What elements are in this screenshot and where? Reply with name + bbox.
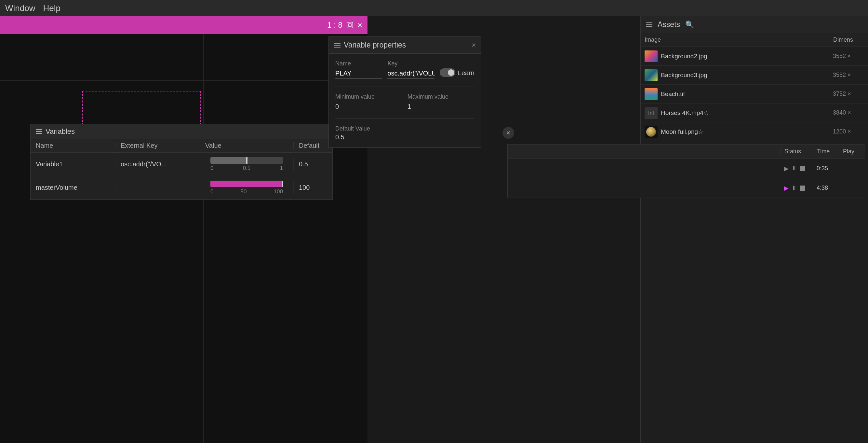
variables-table: Name External Key Value Default Variable… [31,139,332,200]
list-item[interactable]: Beach.tif 3752 × [641,85,868,104]
svg-rect-0 [347,22,353,28]
max-value[interactable]: 1 [407,101,474,112]
assets-menu-icon[interactable] [646,23,652,27]
props-separator [335,87,474,87]
var1-name: Variable1 [31,158,115,171]
asset-thumb-moon [645,126,658,138]
min-label: Minimum value [335,93,402,100]
max-label: Maximum value [407,93,474,100]
asset-name-beach: Beach.tif [641,88,797,100]
search-icon[interactable]: 🔍 [685,21,694,29]
props-separator2 [335,118,474,119]
menu-window[interactable]: Window [5,3,35,13]
svg-marker-2 [650,112,652,114]
var1-default: 0.5 [293,158,332,171]
default-value[interactable]: 0.5 [335,134,474,141]
variables-menu-icon[interactable] [36,129,42,134]
asset-dim-bg2: 3552 × [829,53,868,60]
var-props-body: Name Key Learn Minimum value 0 Maximum v… [329,54,481,147]
list-item[interactable]: Background3.jpg 3552 × [641,66,868,85]
var2-max-label: 100 [274,188,283,195]
assets-table-header: Image Dimens [641,33,868,47]
assets-panel: Assets 🔍 Image Dimens Background2.jpg 35… [640,16,868,443]
var2-slider-fill [210,181,283,187]
var2-value-cell[interactable]: 0 50 100 [200,177,293,199]
var1-min-label: 0 [210,165,213,172]
pause-button-1[interactable]: ⏸ [791,165,797,172]
variables-header: Variables [31,124,332,139]
pb2-time: 4:38 [813,184,839,191]
grid-line-v2 [203,34,204,443]
canvas-area: 1 : 8 × ✋ 🔍 [0,16,368,443]
canvas-icon-button[interactable] [346,22,353,29]
key-input[interactable] [388,68,434,79]
var-props-key-field: Key [388,60,434,79]
canvas-content: ✋ 🔍 [0,34,368,443]
pb-col-status: Status [780,148,813,155]
var1-value-cell[interactable]: 0 0.5 1 [200,153,293,175]
pb1-time: 0:35 [813,165,839,172]
list-item[interactable]: Background2.jpg 3552 × [641,47,868,66]
var1-slider-labels: 0 0.5 1 [210,165,283,172]
pause-button-2[interactable]: ⏸ [791,184,797,191]
var2-slider-labels: 0 50 100 [210,188,283,195]
asset-thumb-beach [645,88,658,100]
panel-close-x-button[interactable]: × [502,127,514,139]
grid-line-h1 [0,80,368,81]
col-ext-key: External Key [115,142,200,149]
canvas-ratio: 1 : 8 [327,21,342,30]
assets-header: Assets 🔍 [641,16,868,33]
name-input[interactable] [335,68,382,79]
asset-thumb-horses [645,107,658,119]
var-table-header: Name External Key Value Default [31,139,332,153]
name-label: Name [335,60,382,67]
list-item[interactable]: Horses 4K.mp4☆ 3840 × [641,104,868,122]
asset-dim-moon: 1200 × [829,128,868,135]
play-button-1[interactable]: ▶ [784,165,789,172]
min-field: Minimum value 0 [335,93,402,112]
asset-name-bg2: Background2.jpg [641,51,797,62]
canvas-close-button[interactable]: × [358,20,362,30]
assets-title: Assets [658,20,680,29]
stop-button-2[interactable] [800,185,805,191]
asset-name-moon: Moon full.png☆ [641,126,797,138]
default-label: Default Value [335,125,474,132]
assets-col-name: Image [641,36,797,43]
var-props-name-key-row: Name Key Learn [335,60,474,79]
play-button-2[interactable]: ▶ [784,184,789,192]
pb-col-time: Time [813,148,839,155]
pb1-controls: ▶ ⏸ [780,165,813,172]
assets-col-dim: Dimens [829,36,868,43]
asset-dim-horses: 3840 × [829,109,868,116]
var1-slider-track[interactable] [210,157,283,164]
var-props-close-button[interactable]: × [471,41,476,50]
asset-name-bg3: Background3.jpg [641,69,797,81]
var2-default: 100 [293,181,332,194]
var2-min-label: 0 [210,188,213,195]
stop-button-1[interactable] [800,166,805,171]
asset-thumb-bg2 [645,51,658,62]
asset-name-horses: Horses 4K.mp4☆ [641,107,797,119]
learn-label: Learn [458,69,474,77]
var-props-title: Variable properties [344,41,406,50]
var2-name: masterVolume [31,181,115,194]
menu-help[interactable]: Help [43,3,60,13]
min-max-row: Minimum value 0 Maximum value 1 [335,93,474,112]
var2-slider-track[interactable] [210,181,283,187]
var-row-2: masterVolume 0 50 100 100 [31,176,332,200]
learn-toggle[interactable] [440,68,455,77]
var-props-name-field: Name [335,60,382,79]
asset-thumb-bg3 [645,69,658,81]
var2-slider-thumb [282,181,283,187]
var1-mid-label: 0.5 [243,165,251,172]
asset-dim-bg3: 3552 × [829,71,868,79]
menu-bar: Window Help [0,0,868,16]
list-item[interactable]: Moon full.png☆ 1200 × [641,122,868,141]
var2-key [115,185,200,190]
pb2-controls: ▶ ⏸ [780,184,813,192]
var-props-menu-icon[interactable] [334,43,341,48]
min-value[interactable]: 0 [335,101,402,112]
canvas-topbar: 1 : 8 × [0,16,368,34]
variables-title: Variables [45,127,75,136]
default-field: Default Value 0.5 [335,125,474,141]
